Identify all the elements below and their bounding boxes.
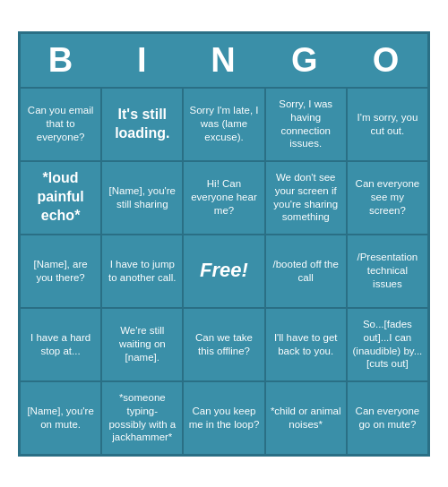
bingo-cell-r5c4[interactable]: *child or animal noises* [266,382,346,454]
bingo-header: BINGO [21,34,427,87]
bingo-cell-r1c2[interactable]: It's still loading. [102,89,182,160]
bingo-cell-r1c3[interactable]: Sorry I'm late, I was (lame excuse). [184,89,263,160]
bingo-grid: Can you email that to everyone?It's stil… [21,87,427,454]
bingo-cell-r3c4[interactable]: /booted off the call [266,235,346,307]
bingo-cell-r1c4[interactable]: Sorry, I was having connection issues. [266,89,346,160]
bingo-cell-r5c3[interactable]: Can you keep me in the loop? [184,382,263,454]
bingo-cell-r3c2[interactable]: I have to jump to another call. [102,235,182,307]
bingo-cell-r4c4[interactable]: I'll have to get back to you. [266,309,346,380]
bingo-letter-o: O [346,34,427,87]
bingo-cell-r4c3[interactable]: Can we take this offline? [184,309,263,380]
bingo-cell-r1c5[interactable]: I'm sorry, you cut out. [348,89,427,160]
bingo-letter-n: N [184,34,265,87]
bingo-letter-b: B [21,34,102,87]
bingo-cell-r3c5[interactable]: /Presentation technical issues [348,235,427,307]
bingo-cell-r2c4[interactable]: We don't see your screen if you're shari… [266,162,346,234]
bingo-cell-r5c1[interactable]: [Name], you're on mute. [21,382,100,454]
bingo-cell-r1c1[interactable]: Can you email that to everyone? [21,89,100,160]
bingo-cell-r2c1[interactable]: *loud painful echo* [21,162,100,234]
bingo-letter-i: I [102,34,184,87]
bingo-cell-r5c2[interactable]: *someone typing- possibly with a jackham… [102,382,182,454]
bingo-cell-r2c2[interactable]: [Name], you're still sharing [102,162,182,234]
bingo-cell-r5c5[interactable]: Can everyone go on mute? [348,382,427,454]
bingo-cell-r2c5[interactable]: Can everyone see my screen? [348,162,427,234]
bingo-cell-r4c1[interactable]: I have a hard stop at... [21,309,100,380]
bingo-cell-r2c3[interactable]: Hi! Can everyone hear me? [184,162,263,234]
bingo-cell-r3c1[interactable]: [Name], are you there? [21,235,100,307]
bingo-cell-r3c3[interactable]: Free! [184,235,263,307]
bingo-letter-g: G [264,34,346,87]
bingo-card: BINGO Can you email that to everyone?It'… [18,31,430,457]
bingo-cell-r4c5[interactable]: So...[fades out]...I can (inaudible) by.… [348,309,427,380]
bingo-cell-r4c2[interactable]: We're still waiting on [name]. [102,309,182,380]
